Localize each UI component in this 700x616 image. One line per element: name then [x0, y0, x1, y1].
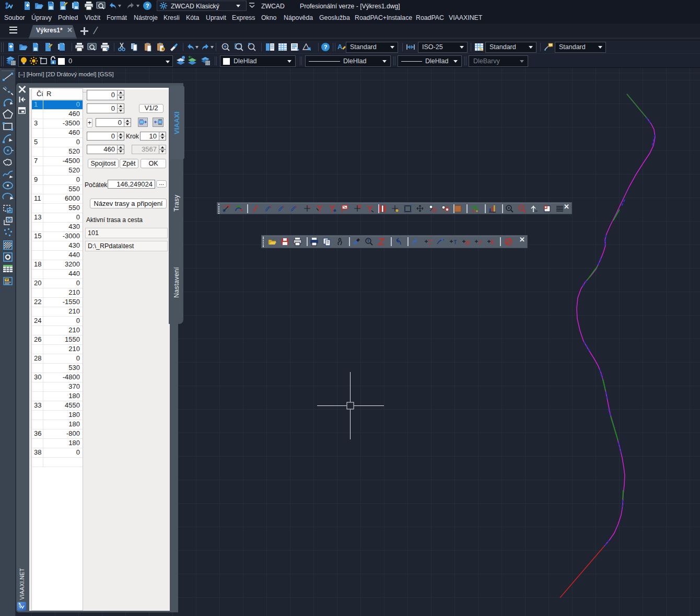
svg-text:A: A	[337, 43, 343, 51]
svg-text:?: ?	[146, 3, 149, 9]
svg-text:?: ?	[324, 44, 328, 50]
svg-text:ab: ab	[428, 239, 432, 242]
